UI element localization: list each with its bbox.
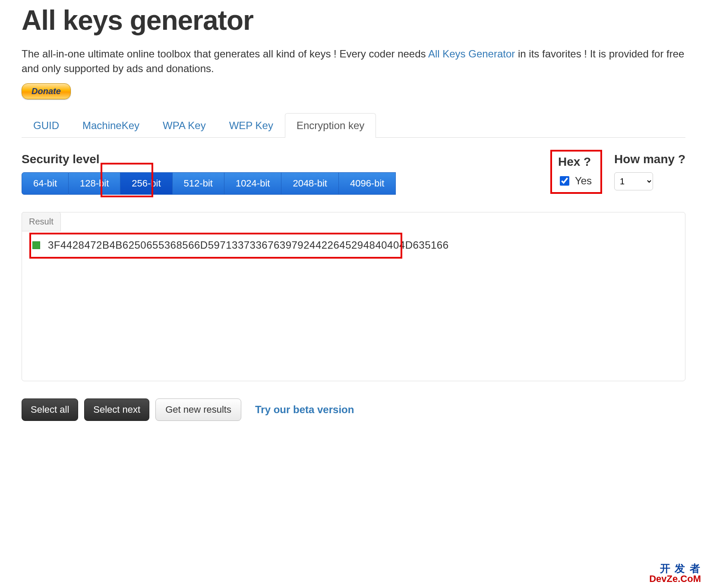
bit-1024[interactable]: 1024-bit [224, 172, 282, 195]
watermark-line2: DevZe.CoM [649, 574, 701, 584]
tabs: GUID MachineKey WPA Key WEP Key Encrypti… [22, 113, 685, 138]
donate-button[interactable]: Donate [22, 83, 71, 99]
intro-text: The all-in-one ultimate online toolbox t… [22, 47, 685, 76]
howmany-select[interactable]: 1 [614, 172, 653, 190]
page-title: All keys generator [22, 4, 685, 36]
beta-version-link[interactable]: Try our beta version [255, 404, 354, 416]
select-next-button[interactable]: Select next [84, 398, 149, 421]
tab-machinekey[interactable]: MachineKey [71, 113, 151, 138]
select-all-button[interactable]: Select all [22, 398, 78, 421]
hex-checkbox-label: Yes [575, 175, 592, 187]
bit-2048[interactable]: 2048-bit [281, 172, 339, 195]
bit-256[interactable]: 256-bit [120, 172, 172, 195]
tab-wep-key[interactable]: WEP Key [218, 113, 285, 138]
security-level-group: 64-bit 128-bit 256-bit 512-bit 1024-bit … [22, 172, 536, 195]
watermark: 开 发 者 DevZe.CoM [649, 563, 701, 584]
result-key-value: 3F4428472B4B6250655368566D59713373367639… [48, 239, 449, 251]
result-tab: Result [22, 212, 61, 231]
bit-4096[interactable]: 4096-bit [339, 172, 396, 195]
tab-encryption-key[interactable]: Encryption key [285, 113, 376, 138]
bit-64[interactable]: 64-bit [22, 172, 69, 195]
howmany-title: How many ? [614, 152, 685, 166]
watermark-line1: 开 发 者 [649, 563, 701, 574]
hex-checkbox[interactable] [560, 176, 569, 186]
bit-128[interactable]: 128-bit [69, 172, 120, 195]
status-square-icon [32, 241, 40, 249]
tab-guid[interactable]: GUID [22, 113, 71, 138]
intro-link[interactable]: All Keys Generator [428, 48, 515, 60]
tab-wpa-key[interactable]: WPA Key [151, 113, 218, 138]
result-row[interactable]: 3F4428472B4B6250655368566D59713373367639… [32, 239, 675, 251]
intro-prefix: The all-in-one ultimate online toolbox t… [22, 48, 428, 60]
result-panel: Result 3F4428472B4B6250655368566D5971337… [22, 212, 685, 381]
security-level-title: Security level [22, 152, 536, 166]
get-new-results-button[interactable]: Get new results [155, 398, 241, 421]
bit-512[interactable]: 512-bit [173, 172, 224, 195]
hex-title: Hex ? [558, 155, 592, 169]
